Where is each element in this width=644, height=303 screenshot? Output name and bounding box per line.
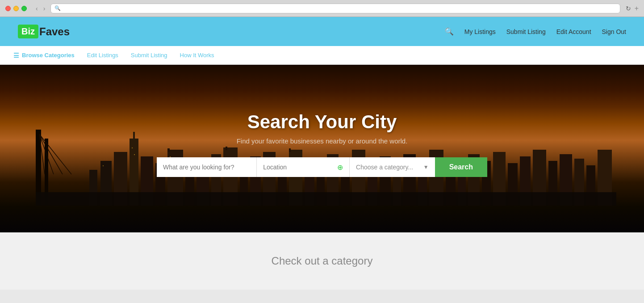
new-tab-button[interactable]: + xyxy=(635,4,639,13)
nav-edit-account[interactable]: Edit Account xyxy=(556,28,591,35)
svg-rect-18 xyxy=(103,165,104,166)
svg-line-3 xyxy=(39,134,63,174)
hero-section: Search Your City Find your favorite busi… xyxy=(0,65,644,232)
search-button[interactable]: Search xyxy=(435,157,487,177)
forward-button[interactable]: › xyxy=(42,4,47,13)
browse-categories-label: Browse Categories xyxy=(22,52,75,59)
logo[interactable]: Biz Faves xyxy=(18,25,70,38)
browse-categories-button[interactable]: ☰ Browse Categories xyxy=(13,52,75,59)
hero-title: Search Your City xyxy=(157,111,487,133)
nav-arrows: ‹ › xyxy=(34,4,47,13)
search-icon[interactable]: 🔍 xyxy=(445,27,454,36)
category-select-wrapper: Choose a category... Restaurants Shoppin… xyxy=(349,157,435,177)
secondary-nav: ☰ Browse Categories Edit Listings Submit… xyxy=(0,46,644,65)
location-input-wrapper: ⊕ xyxy=(256,157,349,177)
search-input-wrapper xyxy=(157,157,256,177)
hamburger-icon: ☰ xyxy=(13,52,19,59)
location-pin-icon: ⊕ xyxy=(337,163,343,172)
maximize-button[interactable] xyxy=(21,6,27,11)
search-input[interactable] xyxy=(163,164,250,171)
location-input[interactable] xyxy=(263,164,334,171)
top-nav-links: 🔍 My Listings Submit Listing Edit Accoun… xyxy=(445,27,626,36)
hero-content: Search Your City Find your favorite busi… xyxy=(157,111,487,177)
back-button[interactable]: ‹ xyxy=(34,4,40,13)
svg-rect-54 xyxy=(36,192,616,206)
logo-biz: Biz xyxy=(18,25,38,38)
nav-how-it-works[interactable]: How It Works xyxy=(180,52,214,59)
nav-submit-listing-sec[interactable]: Submit Listing xyxy=(131,52,167,59)
nav-edit-listings[interactable]: Edit Listings xyxy=(87,52,118,59)
hero-subtitle: Find your favorite businesses nearby or … xyxy=(157,137,487,145)
chevron-down-icon: ▼ xyxy=(423,164,429,170)
minimize-button[interactable] xyxy=(13,6,19,11)
svg-rect-15 xyxy=(132,147,133,148)
site-wrapper: Biz Faves 🔍 My Listings Submit Listing E… xyxy=(0,17,644,290)
logo-faves: Faves xyxy=(39,25,70,38)
browser-window-controls xyxy=(5,6,27,11)
search-bar: ⊕ Choose a category... Restaurants Shopp… xyxy=(157,157,487,177)
reload-button[interactable]: ↻ xyxy=(626,5,631,12)
category-select[interactable]: Choose a category... Restaurants Shoppin… xyxy=(356,164,422,171)
below-fold-section: Check out a category xyxy=(0,232,644,290)
check-category-title: Check out a category xyxy=(0,255,644,267)
svg-rect-16 xyxy=(134,154,135,155)
svg-rect-10 xyxy=(133,132,135,141)
nav-submit-listing[interactable]: Submit Listing xyxy=(506,28,546,35)
browser-chrome: ‹ › 🔍 ↻ + xyxy=(0,0,644,17)
address-bar-search-icon: 🔍 xyxy=(54,5,61,11)
top-nav: Biz Faves 🔍 My Listings Submit Listing E… xyxy=(0,17,644,46)
close-button[interactable] xyxy=(5,6,11,11)
address-bar[interactable]: 🔍 xyxy=(50,4,620,13)
nav-my-listings[interactable]: My Listings xyxy=(464,28,496,35)
nav-sign-out[interactable]: Sign Out xyxy=(602,28,626,35)
